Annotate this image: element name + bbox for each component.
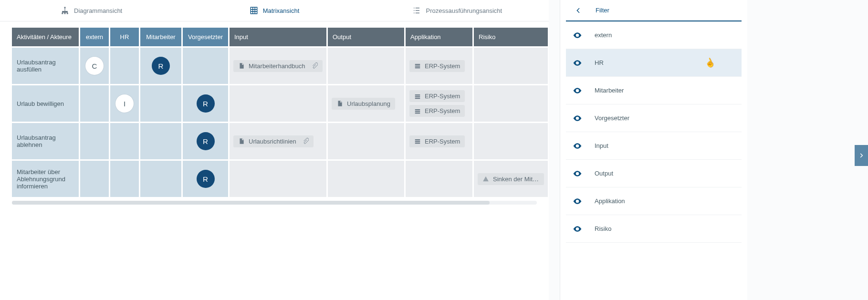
raci-cell[interactable] <box>140 85 181 122</box>
filter-item-label: HR <box>595 59 604 66</box>
view-tabs: Diagrammansicht Matrixansicht Prozessaus… <box>0 0 549 21</box>
activity-cell[interactable]: Mitarbeiter über Ablehnungsgrund informi… <box>12 161 79 197</box>
raci-cell[interactable] <box>80 161 109 197</box>
matrix-container: Aktivitäten / AkteureexternHRMitarbeiter… <box>0 21 549 197</box>
tag[interactable]: Mitarbeiterhandbuch <box>233 60 323 72</box>
matrix-grid: Aktivitäten / AkteureexternHRMitarbeiter… <box>12 28 537 197</box>
list-icon <box>412 6 421 15</box>
application-cell: ERP-System <box>406 48 472 84</box>
filter-item-label: Applikation <box>595 197 625 205</box>
filter-item[interactable]: Input <box>566 132 742 160</box>
raci-cell[interactable] <box>110 123 139 159</box>
raci-chip[interactable]: R <box>197 170 215 188</box>
input-cell: Mitarbeiterhandbuch <box>230 48 326 84</box>
filter-item-label: Vorgesetzter <box>595 114 629 122</box>
output-cell <box>328 123 404 159</box>
filter-item-label: Output <box>595 170 613 177</box>
header-actor[interactable]: Vorgesetzter <box>183 28 228 46</box>
tab-label: Matrixansicht <box>263 7 300 14</box>
tag[interactable]: ERP-System <box>409 60 465 72</box>
raci-cell[interactable] <box>183 48 228 84</box>
sitemap-icon <box>61 6 69 15</box>
raci-chip[interactable]: I <box>115 94 134 113</box>
tag[interactable]: ERP-System <box>409 135 465 147</box>
application-cell: ERP-System <box>406 123 472 159</box>
tag[interactable]: Urlaubsrichtlinien <box>233 135 314 147</box>
tab-process[interactable]: Prozessausführungsansicht <box>366 0 549 21</box>
raci-cell[interactable]: R <box>183 161 228 197</box>
activity-cell[interactable]: Urlaubsantrag ausfüllen <box>12 48 79 84</box>
raci-cell[interactable]: R <box>183 85 228 122</box>
risk-cell <box>474 123 548 159</box>
filter-item[interactable]: Output <box>566 160 742 187</box>
header-activities: Aktivitäten / Akteure <box>12 28 79 46</box>
tab-matrix[interactable]: Matrixansicht <box>183 0 366 21</box>
raci-chip[interactable]: R <box>197 94 215 113</box>
tab-diagram[interactable]: Diagrammansicht <box>0 0 183 21</box>
output-cell: Urlaubsplanung <box>328 85 404 122</box>
header-actor[interactable]: Mitarbeiter <box>140 28 181 46</box>
raci-cell[interactable]: C <box>80 48 109 84</box>
filter-list: externHR☝MitarbeiterVorgesetzterInputOut… <box>560 21 747 243</box>
filter-panel: Filter externHR☝MitarbeiterVorgesetzterI… <box>560 0 747 300</box>
scrollbar-thumb[interactable] <box>12 201 490 205</box>
cursor-hand-icon: ☝ <box>702 56 716 70</box>
filter-title: Filter <box>596 7 609 14</box>
filter-item[interactable]: Mitarbeiter <box>566 77 742 104</box>
activity-cell[interactable]: Urlaubsantrag ablehnen <box>12 123 79 159</box>
filter-item[interactable]: extern <box>566 21 742 49</box>
filter-item-label: extern <box>595 31 612 39</box>
header-column[interactable]: Input <box>230 28 326 46</box>
filter-item[interactable]: Vorgesetzter <box>566 104 742 132</box>
filter-header: Filter <box>566 0 742 21</box>
input-cell <box>230 85 326 122</box>
input-cell <box>230 161 326 197</box>
raci-cell[interactable] <box>140 161 181 197</box>
application-cell <box>406 161 472 197</box>
output-cell <box>328 48 404 84</box>
main-content: Diagrammansicht Matrixansicht Prozessaus… <box>0 0 549 300</box>
raci-cell[interactable]: R <box>140 48 181 84</box>
activity-cell[interactable]: Urlaub bewilligen <box>12 85 79 122</box>
risk-cell: Sinken der Mitarbeit <box>474 161 548 197</box>
tag[interactable]: Sinken der Mitarbeit <box>478 173 544 185</box>
raci-cell[interactable]: R <box>183 123 228 159</box>
tag[interactable]: ERP-System <box>409 90 465 102</box>
filter-item[interactable]: Risiko <box>566 215 742 243</box>
grid-icon <box>250 6 258 15</box>
header-column[interactable]: Output <box>328 28 404 46</box>
expand-panel-button[interactable] <box>855 145 868 166</box>
risk-cell <box>474 48 548 84</box>
filter-item-label: Input <box>595 142 608 149</box>
tab-label: Prozessausführungsansicht <box>426 7 502 14</box>
header-actor[interactable]: HR <box>110 28 139 46</box>
tag[interactable]: ERP-System <box>409 105 465 117</box>
raci-cell[interactable]: I <box>110 85 139 122</box>
tab-label: Diagrammansicht <box>74 7 122 14</box>
output-cell <box>328 161 404 197</box>
horizontal-scrollbar[interactable] <box>12 201 537 205</box>
chevron-left-icon[interactable] <box>575 7 582 14</box>
raci-cell[interactable] <box>80 85 109 122</box>
filter-item[interactable]: Applikation <box>566 187 742 215</box>
raci-cell[interactable] <box>110 48 139 84</box>
risk-cell <box>474 85 548 122</box>
chevron-right-icon <box>858 152 865 159</box>
raci-cell[interactable] <box>80 123 109 159</box>
filter-item-label: Mitarbeiter <box>595 87 624 94</box>
raci-chip[interactable]: R <box>197 132 215 150</box>
header-column[interactable]: Applikation <box>406 28 472 46</box>
header-actor[interactable]: extern <box>80 28 109 46</box>
filter-item[interactable]: HR☝ <box>566 49 742 77</box>
application-cell: ERP-SystemERP-System <box>406 85 472 122</box>
filter-item-label: Risiko <box>595 225 611 232</box>
raci-chip[interactable]: C <box>85 57 104 75</box>
raci-chip[interactable]: R <box>152 57 170 75</box>
tag[interactable]: Urlaubsplanung <box>332 98 395 110</box>
header-column[interactable]: Risiko <box>474 28 548 46</box>
raci-cell[interactable] <box>110 161 139 197</box>
raci-cell[interactable] <box>140 123 181 159</box>
input-cell: Urlaubsrichtlinien <box>230 123 326 159</box>
